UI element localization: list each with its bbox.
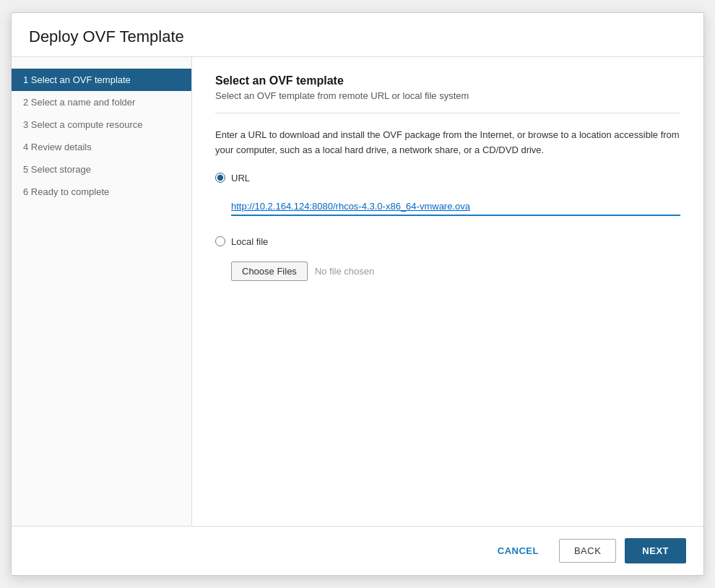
sidebar-item-step5[interactable]: 5 Select storage (12, 158, 191, 181)
local-file-radio-option: Local file (215, 236, 680, 247)
sidebar-item-step3[interactable]: 3 Select a compute resource (12, 113, 191, 136)
dialog-footer: CANCEL BACK NEXT (12, 526, 703, 575)
sidebar-item-step2[interactable]: 2 Select a name and folder (12, 91, 191, 113)
no-file-text: No file chosen (315, 266, 374, 277)
url-radio-input[interactable] (215, 173, 225, 183)
deploy-ovf-dialog: Deploy OVF Template 1 Select an OVF temp… (11, 12, 704, 576)
local-file-section: Choose Files No file chosen (231, 261, 680, 281)
description: Enter a URL to download and install the … (215, 128, 680, 158)
section-subtitle: Select an OVF template from remote URL o… (215, 90, 680, 101)
cancel-button[interactable]: CANCEL (486, 540, 550, 562)
back-button[interactable]: BACK (559, 539, 616, 563)
url-radio-option: URL (215, 173, 680, 183)
section-title: Select an OVF template (215, 74, 680, 87)
sidebar: 1 Select an OVF template 2 Select a name… (12, 57, 192, 526)
local-file-radio-input[interactable] (215, 236, 225, 246)
main-content: Select an OVF template Select an OVF tem… (192, 57, 703, 526)
dialog-title: Deploy OVF Template (12, 13, 703, 57)
radio-group: URL Local file Choose Files No file chos… (215, 173, 680, 281)
url-radio-label[interactable]: URL (231, 173, 250, 183)
url-input[interactable] (231, 198, 680, 216)
local-file-radio-label[interactable]: Local file (231, 236, 268, 247)
dialog-body: 1 Select an OVF template 2 Select a name… (12, 57, 703, 526)
sidebar-item-step1[interactable]: 1 Select an OVF template (12, 69, 191, 91)
divider (215, 113, 680, 113)
next-button[interactable]: NEXT (625, 538, 686, 563)
url-input-wrapper (215, 198, 680, 216)
sidebar-item-step4[interactable]: 4 Review details (12, 136, 191, 158)
sidebar-item-step6[interactable]: 6 Ready to complete (12, 181, 191, 203)
choose-files-button[interactable]: Choose Files (231, 261, 308, 281)
